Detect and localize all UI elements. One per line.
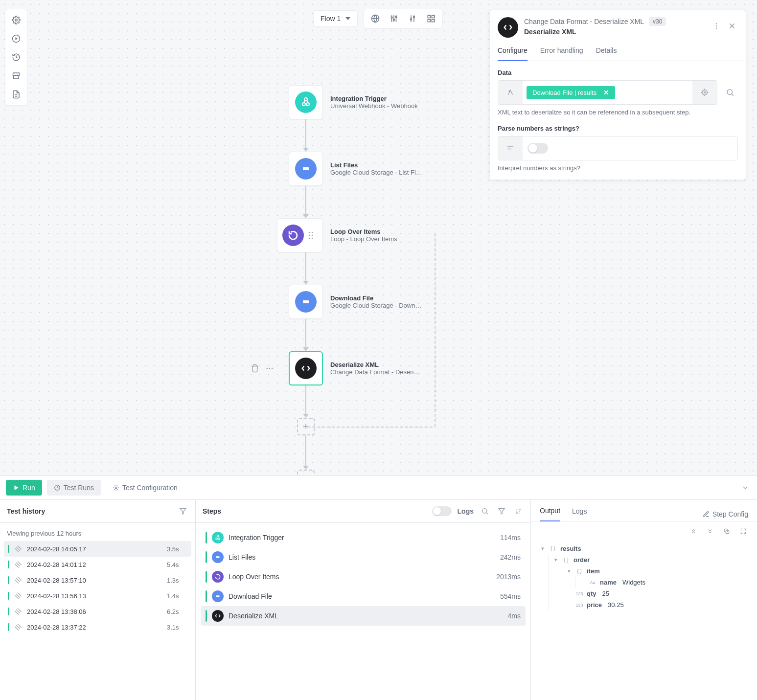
step-row[interactable]: Integration Trigger 114ms bbox=[201, 528, 526, 547]
svg-point-44 bbox=[309, 238, 310, 239]
node-loop[interactable]: Loop Over Items Loop - Loop Over Items bbox=[277, 218, 434, 252]
data-input[interactable]: Download File | results ✕ bbox=[498, 80, 717, 105]
tab-configure[interactable]: Configure bbox=[498, 46, 528, 61]
node-subtitle: Universal Webhook - Webhook bbox=[330, 102, 418, 110]
tree-node[interactable]: ▾{ } order bbox=[553, 554, 748, 565]
fullscreen-icon[interactable] bbox=[738, 526, 748, 536]
add-step-button[interactable]: + bbox=[297, 470, 315, 475]
history-timestamp: 2024-02-28 13:37:22 bbox=[27, 624, 162, 631]
run-button[interactable]: Run bbox=[6, 480, 42, 496]
run-label: Run bbox=[23, 484, 35, 492]
connector bbox=[289, 186, 323, 218]
tune-icon[interactable] bbox=[403, 11, 422, 26]
filter-icon[interactable] bbox=[178, 506, 188, 517]
tab-details[interactable]: Details bbox=[596, 46, 617, 61]
svg-point-26 bbox=[702, 90, 708, 95]
tree-node[interactable]: ▾{ } item bbox=[566, 565, 748, 577]
history-row[interactable]: 2024-02-28 13:56:13 1.4s bbox=[4, 588, 191, 604]
copy-icon[interactable] bbox=[722, 526, 732, 536]
svg-marker-50 bbox=[15, 485, 19, 490]
node-list-files[interactable]: List Files Google Cloud Storage - List F… bbox=[289, 152, 445, 186]
flow-selector[interactable]: Flow 1 bbox=[313, 10, 358, 27]
svg-point-27 bbox=[704, 92, 706, 93]
delete-icon[interactable] bbox=[251, 364, 259, 373]
svg-point-80 bbox=[217, 535, 219, 537]
tree-leaf[interactable]: 123 price 30.25 bbox=[566, 599, 748, 610]
step-row[interactable]: Loop Over Items 2013ms bbox=[201, 567, 526, 587]
status-accent bbox=[206, 590, 207, 602]
close-icon[interactable] bbox=[726, 20, 738, 32]
step-row[interactable]: Deserialize XML 4ms bbox=[201, 606, 526, 626]
play-icon[interactable] bbox=[7, 30, 25, 47]
flow-icon bbox=[13, 543, 24, 555]
collapse-icon[interactable] bbox=[739, 482, 751, 494]
step-icon bbox=[212, 610, 224, 622]
expand-all-icon[interactable] bbox=[705, 526, 715, 536]
step-name: List Files bbox=[229, 553, 495, 561]
history-duration: 1.3s bbox=[167, 577, 187, 584]
node-title: Deserialize XML bbox=[330, 361, 420, 368]
step-row[interactable]: List Files 242ms bbox=[201, 547, 526, 567]
parse-help: Interpret numbers as strings? bbox=[498, 164, 738, 172]
status-accent bbox=[8, 576, 9, 584]
grid-icon[interactable] bbox=[422, 11, 440, 26]
history-row[interactable]: 2024-02-28 14:01:12 5.4s bbox=[4, 557, 191, 572]
history-icon[interactable] bbox=[7, 48, 25, 66]
svg-point-41 bbox=[312, 232, 313, 233]
test-runs-button[interactable]: Test Runs bbox=[47, 480, 101, 496]
history-row[interactable]: 2024-02-28 14:05:17 3.5s bbox=[4, 541, 191, 557]
node-trigger[interactable]: Integration Trigger Universal Webhook - … bbox=[289, 85, 445, 119]
filter-icon[interactable] bbox=[496, 506, 507, 517]
step-row[interactable]: Download File 554ms bbox=[201, 587, 526, 606]
loop-icon bbox=[282, 225, 304, 246]
connector bbox=[289, 319, 323, 351]
test-config-button[interactable]: Test Configuration bbox=[106, 480, 184, 496]
history-timestamp: 2024-02-28 13:57:10 bbox=[27, 577, 162, 584]
parse-toggle[interactable] bbox=[528, 143, 548, 154]
node-title: Loop Over Items bbox=[330, 228, 397, 235]
tree-node[interactable]: ▾{ } results bbox=[540, 543, 748, 554]
svg-rect-20 bbox=[432, 20, 435, 22]
more-icon[interactable] bbox=[711, 20, 722, 32]
search-icon[interactable] bbox=[480, 506, 490, 517]
target-icon[interactable] bbox=[692, 81, 717, 104]
remove-pill-icon[interactable]: ✕ bbox=[603, 89, 609, 96]
svg-point-21 bbox=[716, 23, 717, 24]
tab-error-handling[interactable]: Error handling bbox=[540, 46, 583, 61]
svg-point-49 bbox=[272, 368, 273, 369]
status-accent bbox=[8, 623, 9, 631]
status-accent bbox=[8, 592, 9, 600]
test-runs-label: Test Runs bbox=[64, 484, 94, 492]
svg-point-14 bbox=[411, 19, 412, 20]
status-accent bbox=[206, 551, 207, 563]
tab-output[interactable]: Output bbox=[540, 507, 560, 521]
step-config-button[interactable]: Step Config bbox=[703, 510, 748, 518]
data-pill[interactable]: Download File | results ✕ bbox=[527, 86, 615, 99]
search-icon[interactable] bbox=[722, 80, 738, 105]
history-row[interactable]: 2024-02-28 13:38:06 6.2s bbox=[4, 604, 191, 619]
document-icon[interactable] bbox=[7, 86, 25, 103]
svg-point-42 bbox=[309, 235, 310, 236]
tab-logs[interactable]: Logs bbox=[572, 507, 587, 521]
tree-leaf[interactable]: Aa name Widgets bbox=[579, 577, 748, 588]
history-row[interactable]: 2024-02-28 13:37:22 3.1s bbox=[4, 619, 191, 635]
svg-point-10 bbox=[393, 19, 395, 21]
logs-toggle[interactable] bbox=[432, 506, 452, 516]
marketplace-icon[interactable] bbox=[7, 67, 25, 85]
status-accent bbox=[206, 532, 207, 543]
collapse-all-icon[interactable] bbox=[688, 526, 698, 536]
history-row[interactable]: 2024-02-28 13:57:10 1.3s bbox=[4, 572, 191, 588]
more-icon[interactable] bbox=[265, 364, 274, 373]
drag-handle-icon[interactable] bbox=[304, 231, 318, 240]
globe-icon[interactable] bbox=[366, 11, 385, 26]
output-tree: ▾{ } results ▾{ } order ▾{ } item Aa bbox=[531, 541, 757, 619]
node-deserialize[interactable]: Deserialize XML Change Data Format - Des… bbox=[289, 351, 445, 385]
step-icon bbox=[212, 551, 224, 563]
logs-label: Logs bbox=[458, 507, 474, 515]
tree-leaf[interactable]: 123 qty 25 bbox=[566, 588, 748, 599]
data-help: XML text to deserialize so it can be ref… bbox=[498, 109, 738, 116]
sort-icon[interactable] bbox=[513, 506, 524, 517]
sliders-icon[interactable] bbox=[385, 11, 403, 26]
settings-icon[interactable] bbox=[7, 11, 25, 29]
steps-panel: Steps Logs Integration Trigger 114ms Lis… bbox=[196, 500, 531, 700]
